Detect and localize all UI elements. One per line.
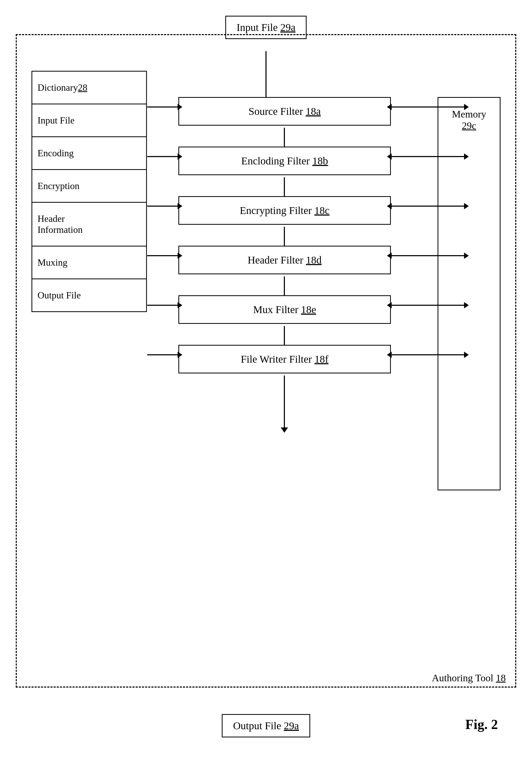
arrow-headerinfo-to-filter — [147, 255, 178, 256]
arrow-encoding-to-filter — [147, 156, 178, 157]
arrow-source-to-encoding — [284, 128, 285, 146]
arrow-muxing-to-filter — [147, 305, 178, 306]
page: Input File 29a Authoring Tool 18 Diction… — [0, 0, 532, 761]
dict-encryption: Encryption — [32, 170, 146, 203]
arrow-mux-to-filewriter — [284, 326, 285, 345]
bi-arrow-header-memory — [391, 255, 465, 256]
encrypting-filter-box: Encrypting Filter 18c — [178, 196, 391, 225]
dict-encoding: Encoding — [32, 137, 146, 170]
output-file-bottom-label: Output File — [233, 720, 284, 732]
input-file-top-ref: 29a — [280, 22, 295, 33]
bi-arrow-encoding-memory — [391, 156, 465, 157]
dict-output-file: Output File — [32, 279, 146, 311]
arrow-encrypting-to-header — [284, 227, 285, 246]
output-file-bottom-box: Output File 29a — [222, 714, 310, 737]
input-file-top-label: Input File — [237, 22, 280, 33]
mux-filter-box: Mux Filter 18e — [178, 295, 391, 324]
bi-arrow-mux-memory — [391, 305, 465, 306]
fig-label: Fig. 2 — [465, 717, 498, 732]
dict-header-info: HeaderInformation — [32, 203, 146, 247]
source-filter-box: Source Filter 18a — [178, 97, 391, 126]
bi-arrow-encrypting-memory — [391, 205, 465, 206]
arrow-filewriter-to-output — [284, 376, 285, 428]
dictionary-box: Dictionary 28 Input File Encoding Encryp… — [31, 71, 147, 312]
memory-label: Memory29c — [452, 108, 486, 131]
dict-input-file: Input File — [32, 104, 146, 137]
arrow-encryption-to-filter — [147, 205, 178, 206]
arrow-encoding-to-encrypting — [284, 177, 285, 196]
bi-arrow-source-memory — [391, 106, 465, 107]
arrow-outputfile-to-filter — [147, 354, 178, 355]
encoding-filter-box: Encloding Filter 18b — [178, 146, 391, 175]
authoring-tool-label: Authoring Tool 18 — [432, 672, 506, 684]
output-file-bottom-ref: 29a — [284, 720, 299, 732]
arrow-inputfile-to-source — [147, 106, 178, 107]
dict-title: Dictionary 28 — [32, 72, 146, 104]
dict-muxing: Muxing — [32, 247, 146, 279]
arrow-header-to-mux — [284, 276, 285, 295]
file-writer-filter-box: File Writer Filter 18f — [178, 345, 391, 374]
header-filter-box: Header Filter 18d — [178, 246, 391, 274]
bi-arrow-filewriter-memory — [391, 354, 465, 355]
